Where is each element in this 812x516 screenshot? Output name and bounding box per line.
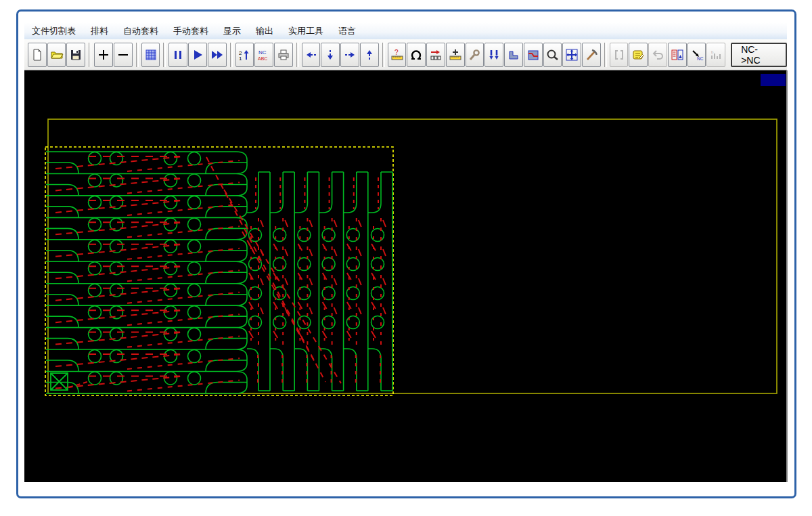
- measure-cross-button[interactable]: [446, 43, 465, 67]
- save-file-button[interactable]: [66, 43, 85, 67]
- notes-button[interactable]: [629, 43, 648, 67]
- arrow-left-icon: [304, 48, 318, 62]
- fit-view-icon: [565, 48, 579, 62]
- arrow-right-icon: [343, 48, 357, 62]
- torches-icon: [487, 48, 501, 62]
- plus-icon: [97, 48, 110, 62]
- arrow-down-button[interactable]: [321, 43, 340, 67]
- arrow-down-icon: [323, 48, 337, 62]
- rotate-icon: [409, 48, 423, 62]
- remnant-icon: [526, 48, 540, 62]
- new-file-icon: [30, 48, 44, 62]
- nc-backup-icon: b: [709, 48, 723, 62]
- sort-sequence-button[interactable]: 21: [235, 43, 254, 67]
- code-edit-icon: [671, 48, 684, 62]
- grid-button[interactable]: [141, 43, 160, 67]
- nc-to-nc-button[interactable]: NC->NC: [731, 43, 787, 67]
- menu-item-6[interactable]: 实用工具: [281, 23, 331, 39]
- play-button[interactable]: [188, 43, 207, 67]
- nc-code-icon: NCABC: [257, 48, 271, 62]
- menu-item-3[interactable]: 手动套料: [166, 23, 216, 39]
- wrench-button[interactable]: [466, 43, 484, 67]
- run-sequence-button[interactable]: [426, 43, 445, 67]
- bridge-button: [610, 43, 629, 67]
- pause-button[interactable]: [168, 43, 187, 67]
- play-icon: [191, 48, 204, 62]
- toolbar-separator: [382, 43, 385, 67]
- remnant-button[interactable]: [524, 43, 543, 67]
- drawing-canvas[interactable]: [24, 70, 788, 482]
- grid-icon: [144, 48, 158, 62]
- menu-item-4[interactable]: 显示: [216, 23, 248, 39]
- minus-icon: [116, 48, 130, 62]
- toolbar-separator: [296, 43, 299, 67]
- svg-text:1: 1: [239, 56, 242, 62]
- toolbar-separator: [163, 43, 166, 67]
- print-icon: [277, 48, 290, 62]
- measure-question-icon: ?: [390, 48, 404, 62]
- zoom-window-button[interactable]: [543, 43, 562, 67]
- plus-button[interactable]: [94, 43, 113, 67]
- arrow-up-icon: [363, 48, 376, 62]
- open-file-icon: [50, 48, 64, 62]
- fast-forward-icon: [210, 48, 224, 62]
- measure-question-button[interactable]: ?: [388, 43, 407, 67]
- arrow-nc-icon: NC: [690, 48, 704, 62]
- toolbar-separator: [89, 43, 91, 67]
- app-window: 文件切割表排料自动套料手动套料显示输出实用工具语言 21NCABC?NCbNC-…: [16, 9, 796, 498]
- torches-button[interactable]: [484, 43, 503, 67]
- notes-icon: [631, 48, 645, 62]
- save-file-icon: [69, 48, 83, 62]
- undo-icon: [651, 48, 664, 62]
- print-button[interactable]: [274, 43, 293, 67]
- menu-bar: 文件切割表排料自动套料手动套料显示输出实用工具语言: [24, 22, 787, 40]
- menu-item-0[interactable]: 文件切割表: [24, 23, 83, 39]
- rotate-button[interactable]: [407, 43, 426, 67]
- arrow-left-button[interactable]: [302, 43, 321, 67]
- sort-sequence-icon: 21: [238, 48, 251, 62]
- menu-item-5[interactable]: 输出: [248, 23, 281, 39]
- svg-text:?: ?: [394, 49, 399, 56]
- part-shape-icon: [507, 48, 520, 62]
- wrench-icon: [468, 48, 481, 62]
- toolbar-separator: [230, 43, 233, 67]
- zoom-window-icon: [545, 48, 559, 62]
- nesting-view: [24, 70, 786, 482]
- arrow-up-button[interactable]: [360, 43, 379, 67]
- fit-view-button[interactable]: [562, 43, 581, 67]
- nc-code-button[interactable]: NCABC: [254, 43, 273, 67]
- svg-text:ABC: ABC: [258, 56, 267, 61]
- nc-backup-button: b: [706, 43, 725, 67]
- toolbar-separator: [136, 43, 139, 67]
- open-file-button[interactable]: [47, 43, 66, 67]
- svg-text:b: b: [711, 50, 714, 54]
- pause-icon: [171, 48, 185, 62]
- minus-button[interactable]: [114, 43, 133, 67]
- page: { "window": { "border_color": "#2e62a8",…: [0, 0, 812, 516]
- menu-item-1[interactable]: 排料: [83, 23, 116, 39]
- viewport-indicator: [761, 74, 786, 86]
- toolbar-separator: [604, 43, 607, 67]
- part-shape-button[interactable]: [504, 43, 523, 67]
- pick-button[interactable]: [582, 43, 601, 67]
- menu-item-7[interactable]: 语言: [331, 23, 363, 39]
- toolbar: 21NCABC?NCbNC->NC: [24, 39, 787, 70]
- arrow-nc-button[interactable]: NC: [687, 43, 706, 67]
- bridge-icon: [612, 48, 626, 62]
- run-sequence-icon: [429, 48, 443, 62]
- undo-button: [648, 43, 667, 67]
- arrow-right-button[interactable]: [340, 43, 359, 67]
- svg-text:NC: NC: [697, 56, 704, 61]
- svg-text:NC: NC: [258, 49, 267, 56]
- menu-item-2[interactable]: 自动套料: [116, 23, 166, 39]
- measure-cross-icon: [449, 48, 462, 62]
- pick-icon: [585, 48, 598, 62]
- code-edit-button[interactable]: [668, 43, 687, 67]
- new-file-button[interactable]: [28, 43, 47, 67]
- fast-forward-button[interactable]: [208, 43, 227, 67]
